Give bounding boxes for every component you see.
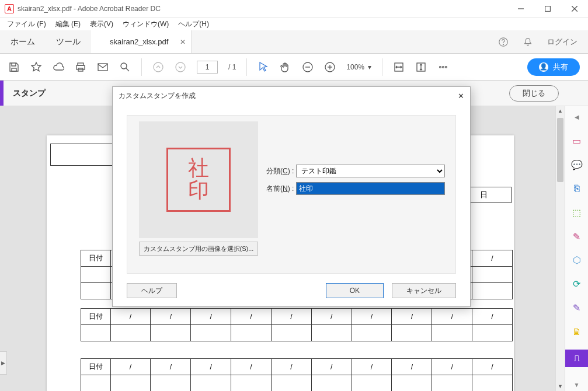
rail-fill-sign-icon[interactable]: ✎ — [569, 302, 585, 314]
menu-window[interactable]: ウィンドウ(W) — [118, 19, 173, 29]
cancel-button[interactable]: キャンセル — [392, 283, 456, 298]
table-row: 日付////////// — [81, 309, 513, 325]
category-field: 分類(C) : テスト印鑑 — [266, 165, 445, 177]
dialog-title: カスタムスタンプを作成 — [119, 91, 196, 101]
rail-sign-pen-icon[interactable]: ✎ — [569, 231, 585, 243]
doc-table-3: 日付////////// — [81, 358, 513, 391]
svg-rect-10 — [98, 64, 107, 71]
fit-width-icon[interactable] — [393, 61, 405, 73]
bell-icon[interactable] — [523, 37, 533, 47]
table-row — [81, 325, 513, 341]
print-icon[interactable] — [75, 61, 86, 73]
rail-collapse-icon[interactable]: ◀ — [569, 111, 585, 123]
rail-protect-icon[interactable]: ⬡ — [569, 254, 585, 267]
tab-close-icon[interactable]: ✕ — [180, 38, 186, 46]
page-total-label: / 1 — [228, 63, 236, 71]
svg-line-12 — [126, 68, 129, 71]
dialog-body: 社 印 カスタムスタンプ用の画像を選択(S)... 分類(C) : テスト印鑑 … — [127, 115, 456, 274]
stamp-preview: 社 印 — [139, 121, 258, 238]
page-up-icon[interactable] — [152, 61, 164, 73]
page-number-input[interactable] — [197, 61, 218, 74]
maximize-button[interactable] — [534, 0, 561, 18]
svg-rect-1 — [545, 6, 551, 11]
rail-export-icon[interactable]: ⎘ — [569, 183, 585, 195]
save-icon[interactable] — [8, 61, 20, 73]
dialog-titlebar: カスタムスタンプを作成 ✕ — [113, 87, 470, 104]
name-input[interactable] — [296, 182, 445, 195]
category-select[interactable]: テスト印鑑 — [296, 165, 445, 177]
menu-view[interactable]: 表示(V) — [85, 19, 118, 29]
stamp-close-button[interactable]: 閉じる — [509, 85, 559, 102]
app-icon: A — [5, 4, 14, 13]
scrollbar-thumb[interactable] — [557, 118, 563, 182]
share-person-icon: 👤 — [539, 62, 548, 72]
tab-document-label: skairan2_xlsx.pdf — [110, 37, 168, 46]
pointer-icon[interactable] — [258, 61, 269, 73]
svg-point-23 — [443, 66, 444, 68]
login-button[interactable]: ログイン — [547, 37, 577, 47]
create-custom-stamp-dialog: カスタムスタンプを作成 ✕ 社 印 カスタムスタンプ用の画像を選択(S)... … — [112, 86, 471, 307]
scroll-up-icon[interactable]: ▲ — [556, 106, 565, 116]
name-field: 名前(N) : — [266, 182, 445, 195]
vertical-scrollbar[interactable]: ▲ ▼ — [555, 106, 565, 391]
menu-help[interactable]: ヘルプ(H) — [173, 19, 214, 29]
hand-icon[interactable] — [280, 61, 291, 73]
zoom-select[interactable]: 100%▾ — [346, 63, 371, 71]
rail-edit-icon[interactable]: ⬚ — [569, 207, 585, 219]
search-icon[interactable] — [119, 61, 131, 73]
ok-button[interactable]: OK — [326, 283, 384, 298]
stamp-toolbar-title: スタンプ — [13, 88, 46, 99]
help-icon[interactable] — [498, 37, 509, 47]
window-title: skairan2_xlsx.pdf - Adobe Acrobat Reader… — [18, 5, 161, 13]
menu-file[interactable]: ファイル (F) — [2, 19, 51, 29]
rail-organize-icon[interactable]: ⟳ — [569, 278, 585, 290]
dialog-close-icon[interactable]: ✕ — [458, 92, 464, 100]
right-tools-rail: ◀ ▭ 💬 ⎘ ⬚ ✎ ⬡ ⟳ ✎ 🗎 ⎍ ▼ — [565, 106, 588, 391]
svg-point-5 — [503, 44, 503, 44]
doc-table-2: 日付////////// — [81, 308, 513, 341]
dialog-buttons: ヘルプ OK キャンセル — [127, 283, 456, 298]
menu-edit[interactable]: 編集 (E) — [51, 19, 85, 29]
tab-document[interactable]: skairan2_xlsx.pdf ✕ — [91, 30, 192, 53]
close-window-button[interactable] — [561, 0, 588, 18]
left-panel-expander[interactable]: ▶ — [0, 351, 7, 375]
minimize-button[interactable] — [507, 0, 534, 18]
tab-tools[interactable]: ツール — [46, 30, 91, 53]
scroll-down-icon[interactable]: ▼ — [556, 382, 565, 391]
category-label: 分類(C) : — [266, 166, 294, 176]
page-down-icon[interactable] — [175, 61, 186, 73]
rail-optimize-icon[interactable]: 🗎 — [569, 326, 585, 338]
zoom-in-icon[interactable] — [324, 61, 336, 73]
star-icon[interactable] — [30, 61, 42, 73]
stamp-indicator — [0, 81, 4, 106]
stamp-image: 社 印 — [166, 148, 231, 212]
svg-point-24 — [446, 66, 447, 68]
table-row: 日付////////// — [81, 359, 513, 375]
svg-point-22 — [440, 66, 441, 68]
table-row — [81, 375, 513, 392]
rail-create-pdf-icon[interactable]: ▭ — [569, 135, 585, 147]
mail-icon[interactable] — [97, 61, 109, 73]
help-button[interactable]: ヘルプ — [127, 283, 177, 298]
share-button[interactable]: 👤 共有 — [527, 58, 580, 76]
titlebar: A skairan2_xlsx.pdf - Adobe Acrobat Read… — [0, 0, 588, 18]
tab-row: ホーム ツール skairan2_xlsx.pdf ✕ ログイン — [0, 30, 588, 54]
svg-rect-6 — [12, 68, 16, 71]
svg-point-13 — [154, 62, 163, 72]
svg-point-11 — [121, 63, 127, 69]
fit-page-icon[interactable] — [415, 61, 427, 73]
toolbar: / 1 100%▾ 👤 共有 — [0, 54, 588, 81]
zoom-out-icon[interactable] — [302, 61, 314, 73]
menubar: ファイル (F) 編集 (E) 表示(V) ウィンドウ(W) ヘルプ(H) — [0, 18, 588, 30]
more-icon[interactable] — [437, 61, 449, 73]
rail-comment-icon[interactable]: 💬 — [569, 159, 585, 171]
chevron-down-icon: ▾ — [368, 63, 371, 71]
svg-point-14 — [176, 62, 185, 72]
rail-stamp-icon[interactable]: ⎍ — [565, 350, 589, 367]
name-label: 名前(N) : — [266, 184, 294, 194]
share-button-label: 共有 — [553, 62, 568, 72]
cloud-icon[interactable] — [53, 61, 64, 73]
select-stamp-image-button[interactable]: カスタムスタンプ用の画像を選択(S)... — [139, 242, 258, 256]
rail-more-icon[interactable]: ▼ — [569, 379, 585, 391]
tab-home[interactable]: ホーム — [0, 30, 46, 53]
